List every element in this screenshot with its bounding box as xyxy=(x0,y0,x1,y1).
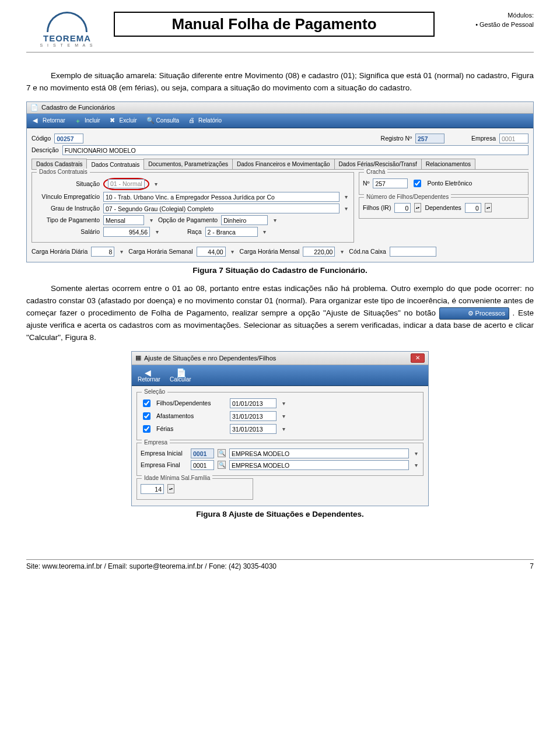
fig7-window-title: Cadastro de Funcionários xyxy=(41,104,115,111)
chevron-down-icon[interactable]: ▾ xyxy=(148,217,155,223)
idade-field[interactable]: 14 xyxy=(141,484,164,494)
emp-ini-name-field[interactable]: EMPRESA MODELO xyxy=(229,448,409,458)
tab-dados-cadastrais[interactable]: Dados Cadastrais xyxy=(32,159,87,169)
afast-date-field[interactable]: 31/01/2013 xyxy=(230,411,276,421)
emp-fin-name-field[interactable]: EMPRESA MODELO xyxy=(229,460,409,470)
opcaopag-field[interactable]: Dinheiro xyxy=(221,215,268,225)
situacao-label: Situação xyxy=(36,180,100,187)
dependentes-label: Dependentes xyxy=(425,204,461,211)
situacao-highlight: 01 - Normal xyxy=(103,178,149,190)
spinner-icon[interactable]: ▴▾ xyxy=(167,484,174,493)
raca-field[interactable]: 2 - Branca xyxy=(205,227,258,237)
relatorio-button[interactable]: 🖨Relatório xyxy=(185,115,225,126)
salario-field[interactable]: 954,56 xyxy=(103,227,150,237)
grau-field[interactable]: 07 - Segundo Grau (Colegial) Completo xyxy=(103,204,340,213)
logo-arc-icon xyxy=(47,12,88,32)
chevron-down-icon[interactable]: ▾ xyxy=(271,217,278,223)
processos-button[interactable]: ⚙Processos xyxy=(439,307,509,320)
chevron-down-icon[interactable]: ▾ xyxy=(153,229,160,235)
calcular-button[interactable]: 📄 Calcular xyxy=(166,367,195,384)
chevron-down-icon[interactable]: ▾ xyxy=(343,194,350,200)
paragraph-2: Somente alertas ocorrem entre o 01 ao 08… xyxy=(26,283,534,344)
tab-ferias[interactable]: Dados Férias/Rescisão/Transf xyxy=(334,159,422,169)
descricao-label: Descrição xyxy=(32,146,59,153)
situacao-field[interactable]: 01 - Normal xyxy=(108,179,145,188)
figure-8-caption: Figura 8 Ajuste de Situações e Dependent… xyxy=(26,510,534,518)
vinculo-label: Vínculo Empregatício xyxy=(36,193,100,200)
filhos-checkbox[interactable] xyxy=(143,399,150,407)
filhosir-label: Filhos (IR) xyxy=(363,204,391,211)
fig8-toolbar: ◀ Retornar 📄 Calcular xyxy=(132,365,428,386)
cracha-no-field[interactable]: 257 xyxy=(373,178,408,188)
delete-icon: ✖ xyxy=(110,117,118,125)
group-empresa-legend: Empresa xyxy=(142,439,170,446)
tab-relacionamentos[interactable]: Relacionamentos xyxy=(421,159,475,169)
chevron-down-icon[interactable]: ▾ xyxy=(343,205,350,212)
lookup-icon[interactable]: 🔍 xyxy=(218,449,226,457)
figure-8-screenshot: ▦ Ajuste de Situações e nro Dependentes/… xyxy=(131,351,429,506)
window-icon: ▦ xyxy=(135,354,141,362)
filhosir-field[interactable]: 0 xyxy=(394,203,411,213)
spinner-icon[interactable]: ▴▾ xyxy=(414,203,421,212)
retornar-button[interactable]: ◀Retornar xyxy=(29,115,69,126)
emp-ini-label: Empresa Inicial xyxy=(141,450,187,457)
chs-label: Carga Horária Semanal xyxy=(128,248,192,255)
lookup-icon[interactable]: 🔍 xyxy=(218,461,226,469)
tab-financeiros[interactable]: Dados Financeiros e Movimentação xyxy=(232,159,335,169)
ferias-label: Férias xyxy=(156,425,226,432)
group-selecao-legend: Seleção xyxy=(142,388,167,395)
registro-field[interactable]: 257 xyxy=(415,134,444,143)
excluir-button[interactable]: ✖Excluir xyxy=(106,115,141,126)
logo: TEOREMA S I S T E M A S xyxy=(26,12,108,47)
codcaixa-field[interactable] xyxy=(390,247,436,257)
chevron-down-icon[interactable]: ▾ xyxy=(280,426,287,432)
spinner-icon[interactable]: ▴▾ xyxy=(485,203,492,212)
copy-icon: 📄 xyxy=(176,368,184,376)
emp-fin-label: Empresa Final xyxy=(141,461,187,468)
close-button[interactable]: ✕ xyxy=(411,353,425,363)
ponto-checkbox[interactable] xyxy=(414,180,421,187)
consulta-button[interactable]: 🔍Consulta xyxy=(143,115,183,126)
manual-title: Manual Folha de Pagamento xyxy=(114,12,435,37)
back-icon: ◀ xyxy=(145,368,153,376)
filhos-date-field[interactable]: 01/01/2013 xyxy=(230,398,276,408)
ponto-label: Ponto Eletrônico xyxy=(427,180,472,187)
tipopag-field[interactable]: Mensal xyxy=(103,215,144,225)
emp-fin-code-field[interactable]: 0001 xyxy=(191,460,214,470)
chs-field[interactable]: 44,00 xyxy=(197,247,226,257)
chevron-down-icon[interactable]: ▾ xyxy=(412,462,419,468)
chevron-down-icon[interactable]: ▾ xyxy=(280,400,287,406)
retornar-button[interactable]: ◀ Retornar xyxy=(134,367,164,384)
logo-name: TEOREMA xyxy=(26,33,108,43)
afast-checkbox[interactable] xyxy=(143,412,150,420)
incluir-button[interactable]: ＋Incluir xyxy=(71,115,104,126)
chevron-down-icon[interactable]: ▾ xyxy=(338,248,345,255)
dependentes-field[interactable]: 0 xyxy=(465,203,481,213)
chevron-down-icon[interactable]: ▾ xyxy=(412,450,419,457)
page-number: 7 xyxy=(530,562,534,570)
empresa-label: Empresa xyxy=(471,135,496,142)
group-contratuais-legend: Dados Contratuais xyxy=(37,169,90,175)
chevron-down-icon[interactable]: ▾ xyxy=(229,248,236,255)
chevron-down-icon[interactable]: ▾ xyxy=(118,248,125,255)
filhos-label: Filhos/Dependentes xyxy=(156,399,226,406)
ferias-checkbox[interactable] xyxy=(143,425,150,433)
descricao-field[interactable]: FUNCIONARIO MODELO xyxy=(62,145,528,155)
chevron-down-icon[interactable]: ▾ xyxy=(261,229,268,235)
codcaixa-label: Cód.na Caixa xyxy=(349,248,386,255)
page-footer: Site: www.teorema.inf.br / Email: suport… xyxy=(26,559,534,570)
chevron-down-icon[interactable]: ▾ xyxy=(153,181,160,187)
back-icon: ◀ xyxy=(33,117,41,125)
salario-label: Salário xyxy=(36,228,100,235)
codigo-field[interactable]: 00257 xyxy=(54,134,83,143)
group-filhos-legend: Número de Filhos/Dependentes xyxy=(364,194,451,200)
empresa-field[interactable]: 0001 xyxy=(499,134,528,143)
tab-documentos[interactable]: Documentos, Parametrizações xyxy=(144,159,233,169)
vinculo-field[interactable]: 10 - Trab. Urbano Vinc. a Empregador Pes… xyxy=(103,192,340,202)
chm-field[interactable]: 220,00 xyxy=(303,247,335,257)
chevron-down-icon[interactable]: ▾ xyxy=(280,413,287,419)
chd-field[interactable]: 8 xyxy=(91,247,114,257)
ferias-date-field[interactable]: 31/01/2013 xyxy=(230,424,276,434)
tab-dados-contratuais[interactable]: Dados Contratuais xyxy=(86,159,144,170)
emp-ini-code-field[interactable]: 0001 xyxy=(191,448,214,458)
